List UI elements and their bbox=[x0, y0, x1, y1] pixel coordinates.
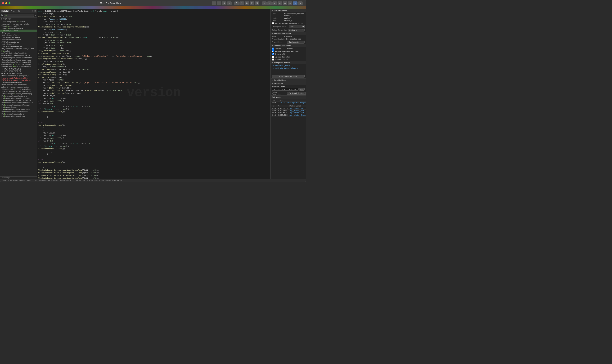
list-item[interactable]: ControlFanSpeedThread: sleep mode bbox=[0, 59, 37, 61]
list-item[interactable]: /Library/Preferences/com.crystalide bbox=[0, 86, 37, 88]
list-item[interactable]: PreferencesWindow/staticIcon bbox=[0, 115, 37, 117]
u-button[interactable]: U bbox=[255, 1, 259, 5]
option-nops-checkbox[interactable] bbox=[272, 53, 274, 55]
tag-scope[interactable]: ▶ Tag Scope bbox=[0, 17, 37, 20]
list-item[interactable]: 230CocoaPreferencesDialog bbox=[0, 45, 37, 48]
p-button[interactable]: P bbox=[250, 1, 254, 5]
search-input[interactable] bbox=[4, 14, 34, 17]
list-item[interactable]: ControlFanSpeedThread: reset fan mo bbox=[0, 57, 37, 59]
view-btn8[interactable]: ▩ bbox=[298, 1, 303, 5]
list-item[interactable]: 190PreferencesSensors bbox=[0, 41, 37, 43]
list-item[interactable]: ControlFanSpeedThread: changed #{} bbox=[0, 61, 37, 63]
list-item[interactable]: ERROR: Kext has no version info, ma bbox=[0, 79, 37, 81]
edit-func-button[interactable]: Edit bbox=[299, 88, 305, 91]
sidebar-star[interactable]: ☆ bbox=[32, 10, 34, 12]
option-no-dup-checkbox[interactable] bbox=[272, 56, 274, 58]
list-item[interactable]: Timer frequencies available bbox=[0, 27, 37, 30]
list-item[interactable]: getProfileToApplyForSleepMode: set bbox=[0, 54, 37, 57]
view-btn6[interactable]: ▧ bbox=[288, 1, 292, 5]
list-item[interactable]: Fahrenheit bbox=[0, 50, 37, 52]
list-item[interactable]: PreferencesWindow/staticLanguage bbox=[0, 97, 37, 99]
code-line: } bbox=[37, 113, 270, 116]
list-item[interactable]: AboutDialog/staticFreeVersion bbox=[0, 21, 37, 23]
navigation-history-header[interactable]: ▼ Navigation History bbox=[271, 61, 306, 64]
code-line: *(int32_t *)rdi = *(int32_t *)rdi - 0x1; bbox=[37, 142, 270, 145]
view-btn4[interactable]: ▥ bbox=[278, 1, 282, 5]
view-btn2[interactable]: ⊡ bbox=[267, 1, 272, 5]
list-item[interactable]: {}: HALF INCREASE OFF bbox=[0, 72, 37, 75]
procedure-header[interactable]: ▼ Procedure bbox=[271, 82, 306, 85]
list-item[interactable]: MainWindow/buttonPreferences bbox=[0, 84, 37, 86]
list-item[interactable]: 190PreferencesGeneral bbox=[0, 36, 37, 39]
reset-button[interactable]: ⟳ bbox=[227, 1, 232, 5]
prolog-mode-select[interactable]: Use Heuristic bbox=[287, 41, 305, 43]
cpu-syntax-select[interactable]: Intel bbox=[289, 25, 305, 28]
list-item[interactable]: PreferencesGeneral bbox=[0, 106, 37, 108]
option-dead-code-checkbox[interactable] bbox=[272, 50, 274, 52]
calling-conv-select[interactable]: System V bbox=[288, 29, 305, 31]
list-item[interactable]: Timer Frequency MSRs bbox=[0, 25, 37, 27]
proc-calling-conv-select[interactable]: File default (System V) bbox=[287, 92, 306, 95]
nav-history-item[interactable]: 0x100221a9a (aAboutdialogsta) bbox=[271, 67, 306, 69]
maximize-button[interactable] bbox=[9, 2, 11, 4]
list-item[interactable]: PreferencesWindow/staticFan bbox=[0, 113, 37, 115]
list-item[interactable]: cannot switch from automatic to man bbox=[0, 65, 37, 68]
list-item[interactable]: Frequency ID Control bbox=[0, 30, 37, 32]
back-button[interactable]: ‹ bbox=[212, 1, 216, 5]
list-item[interactable]: PreferencesWindow/TabGeneral bbox=[0, 95, 37, 97]
view-btn7[interactable]: ▨ bbox=[293, 1, 297, 5]
close-button[interactable] bbox=[2, 2, 4, 4]
branch-checkbox[interactable] bbox=[272, 22, 274, 25]
func-sig-input[interactable] bbox=[272, 88, 299, 91]
code-scroll[interactable]: int __ZN11QInfoDialogC2EP7QWidgetP11QFan… bbox=[37, 9, 270, 179]
d-button[interactable]: D bbox=[234, 1, 239, 5]
clear-navigation-button[interactable]: Clear Navigation Stack bbox=[272, 75, 305, 78]
code-line: WindowHelpers::Darwin::setWidgetSmallFon… bbox=[37, 174, 270, 177]
list-item[interactable]: PreferencesWindow/checkUpdateOnSta bbox=[0, 102, 37, 104]
list-item[interactable]: {}: HALF DECREASE ON bbox=[0, 70, 37, 72]
view-btn3[interactable]: ▤ bbox=[272, 1, 277, 5]
list-item[interactable]: Unexpected failure at getKeyInfo, u bbox=[0, 75, 37, 77]
option-hi-lo-checkbox[interactable] bbox=[272, 48, 274, 50]
tab-labels[interactable]: Labels bbox=[1, 10, 9, 12]
list-item[interactable]: :/Resources/preferences_menubar.png bbox=[0, 92, 37, 95]
list-item[interactable]: getProfileToApplyForSleepMode bbox=[0, 52, 37, 54]
refresh-button[interactable]: ↺ bbox=[222, 1, 226, 5]
tab-str[interactable]: Str bbox=[17, 10, 22, 12]
code-line: } bbox=[37, 166, 270, 169]
view-btn5[interactable]: ▦ bbox=[283, 1, 287, 5]
decompiler-options-header[interactable]: ▼ Decompiler Options bbox=[271, 44, 306, 47]
view-btn1[interactable]: ⊞ bbox=[262, 1, 267, 5]
a-button[interactable]: A bbox=[239, 1, 244, 5]
list-item[interactable]: PreferencesWindow/staticSensor bbox=[0, 111, 37, 113]
clear-search-icon[interactable]: ✕ bbox=[35, 14, 36, 16]
list-item[interactable]: CFRelease bbox=[0, 32, 37, 34]
list-item[interactable]: :/Resources/preferences_general.png bbox=[0, 88, 37, 90]
tab-proc[interactable]: Proc. bbox=[10, 10, 16, 12]
sidebar-close[interactable]: ✕ bbox=[34, 10, 36, 12]
c-button[interactable]: C bbox=[245, 1, 249, 5]
nav-history-item[interactable]: 0x1000a4c00 (_main) bbox=[271, 64, 306, 67]
list-item[interactable]: {}: HALF INCREASE ON bbox=[0, 68, 37, 70]
forward-button[interactable]: › bbox=[217, 1, 221, 5]
list-item[interactable]: :/Resources/preferences_sensors.png bbox=[0, 90, 37, 92]
list-item[interactable]: N9QCompress200StreamFromByteArrayE bbox=[0, 48, 37, 50]
list-item[interactable]: 190PreferencesMenubar bbox=[0, 39, 37, 41]
list-item[interactable]: PreferencesWindow/checkDockIcon bbox=[0, 104, 37, 106]
graphic-views-header[interactable]: ▼ Graphic Views bbox=[271, 78, 306, 82]
minimize-button[interactable] bbox=[5, 2, 7, 4]
list-item[interactable]: compression, you may have a flaky m bbox=[0, 23, 37, 25]
list-item[interactable]: PreferencesWindow/tabTrayIconMac bbox=[0, 108, 37, 111]
list-item[interactable]: Failed to create AuthorizationRef. bbox=[0, 77, 37, 79]
list-item[interactable]: 160PreferencesPage bbox=[0, 43, 37, 45]
option-gotos-checkbox[interactable] bbox=[272, 58, 274, 61]
address-information-header[interactable]: ▼ Address Information bbox=[271, 32, 306, 35]
file-information-header[interactable]: ▼ File Information bbox=[271, 9, 306, 12]
minimap-bar[interactable] bbox=[0, 6, 306, 9]
list-item[interactable]: TrayMenu/itemFanPresets bbox=[0, 81, 37, 84]
code-line: IconProvider::mainIcon(); bbox=[37, 63, 270, 65]
list-item[interactable]: cannot switch from manual to automa bbox=[0, 63, 37, 65]
code-area[interactable]: version int __ZN11QInfoDialogC2EP7QWidge… bbox=[37, 9, 270, 179]
list-item[interactable]: 180PreferencesDialog bbox=[0, 34, 37, 36]
list-item[interactable]: PreferencesWindow/checkSystemStart bbox=[0, 99, 37, 102]
